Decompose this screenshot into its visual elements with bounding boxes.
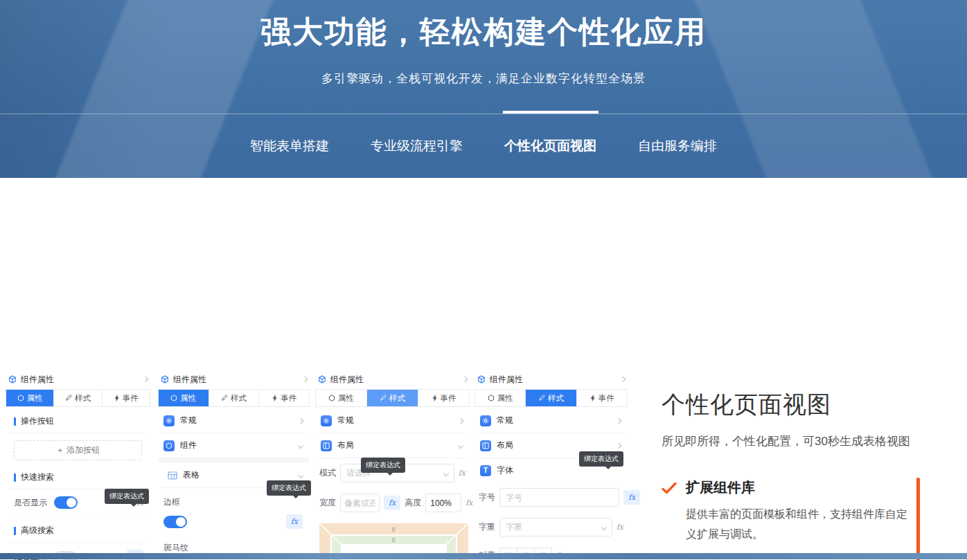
hero-tab-smart-form[interactable]: 智能表单搭建 — [247, 136, 332, 156]
style-icon — [221, 395, 228, 401]
mode-label: 模式 — [319, 467, 336, 479]
hero-tab-label: 专业级流程引擎 — [371, 138, 463, 153]
hero-tab-label: 个性化页面视图 — [504, 138, 596, 153]
tab-event[interactable]: 事件 — [418, 390, 469, 406]
properties-icon — [328, 395, 335, 401]
chevron-down-icon — [443, 470, 448, 476]
tab-label: 属性 — [180, 393, 196, 404]
hero-tab-process-engine[interactable]: 专业级流程引擎 — [368, 136, 465, 156]
chevron-right-icon[interactable] — [462, 377, 468, 382]
section-action-buttons: 操作按钮 — [8, 408, 148, 433]
scroll-thumb[interactable] — [916, 478, 920, 560]
main-content: 组件属性 属性 样式 事件 操作按钮 ＋ — [0, 178, 967, 560]
feature-scroll-indicator[interactable] — [916, 478, 920, 560]
tab-properties[interactable]: 属性 — [6, 390, 53, 406]
fx-button-active[interactable]: fx — [623, 490, 640, 505]
component-properties-panel-1: 组件属性 属性 样式 事件 操作按钮 ＋ — [6, 370, 150, 560]
tab-label: 属性 — [497, 393, 513, 404]
font-size-label: 字号 — [479, 491, 495, 503]
stripe-label: 斑马纹 — [161, 534, 307, 555]
fx-button-active[interactable]: fx — [384, 496, 400, 510]
panel-title: 组件属性 — [490, 374, 523, 386]
font-size-input[interactable] — [499, 488, 619, 507]
width-input[interactable] — [340, 494, 380, 512]
accordion-component[interactable]: 组件 — [161, 433, 307, 458]
font-weight-label: 字重 — [479, 521, 495, 533]
component-properties-panel-2: 组件属性 属性 样式 事件 — [158, 370, 310, 560]
tab-event[interactable]: 事件 — [576, 390, 627, 406]
accordion-label: 布局 — [337, 440, 354, 451]
hero-subtitle: 多引擎驱动，全栈可视化开发，满足企业数字化转型全场景 — [0, 71, 967, 87]
gear-icon — [163, 415, 175, 426]
panel-tabbar: 属性 样式 事件 — [6, 389, 150, 407]
tab-label: 样式 — [231, 393, 247, 404]
height-input[interactable] — [425, 494, 461, 512]
tab-style[interactable]: 样式 — [53, 390, 101, 406]
hero-tab-page-view[interactable]: 个性化页面视图 — [502, 136, 599, 156]
tab-style[interactable]: 样式 — [525, 390, 576, 406]
feature-heading: 个性化页面视图 — [662, 389, 925, 421]
tab-properties[interactable]: 属性 — [475, 390, 525, 406]
hero-tab-service-orchestration[interactable]: 自由服务编排 — [635, 136, 720, 156]
chevron-down-icon — [458, 442, 463, 448]
accordion-general[interactable]: 常规 — [161, 408, 307, 433]
hero-tab-label: 自由服务编排 — [638, 138, 717, 153]
fx-button[interactable]: fx — [616, 523, 623, 532]
accordion-general[interactable]: 常规 — [477, 408, 625, 433]
panel-body: 常规 布局 T 字体 字号 fx 字重 — [474, 407, 628, 560]
tab-label: 事件 — [441, 393, 456, 404]
tab-label: 属性 — [27, 393, 43, 404]
feature-item-desc: 提供丰富的页面模板和组件，支持组件库自定义扩展与调试。 — [686, 504, 916, 544]
panel-tabbar: 属性 样式 事件 — [158, 389, 310, 407]
tab-event[interactable]: 事件 — [102, 390, 150, 406]
font-size-row: 字号 fx — [477, 482, 625, 512]
toggle-on[interactable] — [163, 516, 187, 528]
accordion-label: 常规 — [337, 415, 354, 426]
accordion-label: 常规 — [497, 415, 513, 426]
tab-properties[interactable]: 属性 — [159, 390, 209, 406]
fx-button-active[interactable]: fx — [286, 514, 303, 529]
section-quick-search: 快速搜索 — [8, 464, 148, 489]
svg-text:0: 0 — [391, 536, 395, 543]
feature-item-component-library: 扩展组件库 提供丰富的页面模板和组件，支持组件库自定义扩展与调试。 — [662, 478, 925, 544]
accordion-label: 组件 — [180, 440, 197, 451]
chevron-right-icon[interactable] — [143, 377, 148, 382]
hero-tabstrip: 智能表单搭建 专业级流程引擎 个性化页面视图 自由服务编排 — [0, 114, 967, 178]
chevron-right-icon[interactable] — [302, 377, 308, 382]
tab-style[interactable]: 样式 — [209, 390, 259, 406]
event-icon — [589, 395, 596, 401]
fx-button[interactable]: fx — [459, 469, 465, 478]
fx-button[interactable]: fx — [465, 498, 472, 507]
width-label: 宽度 — [319, 497, 336, 509]
tab-label: 事件 — [598, 393, 614, 404]
accordion-label: 表格 — [183, 469, 199, 481]
font-weight-row: 字重 字重 fx — [477, 512, 625, 542]
chevron-right-icon[interactable] — [620, 377, 626, 382]
font-weight-select[interactable]: 字重 — [499, 518, 612, 536]
page: 强大功能，轻松构建个性化应用 多引擎驱动，全栈可视化开发，满足企业数字化转型全场… — [0, 0, 967, 560]
accordion-layout[interactable]: 布局 — [318, 433, 467, 458]
check-icon — [662, 482, 677, 494]
tab-event[interactable]: 事件 — [258, 390, 309, 406]
panel-body: 常规 布局 模式 请选择 fx 宽度 — [315, 407, 470, 560]
cube-icon — [161, 375, 169, 383]
add-button[interactable]: ＋ 添加按钮 — [14, 440, 142, 460]
panel-header: 组件属性 — [6, 370, 150, 389]
tab-label: 事件 — [281, 393, 296, 404]
tab-properties[interactable]: 属性 — [316, 390, 366, 406]
section-advanced-search: 高级搜索 — [8, 518, 148, 543]
chevron-right-icon — [298, 417, 303, 423]
toggle-on[interactable] — [54, 496, 78, 509]
properties-icon — [488, 395, 495, 401]
height-label: 高度 — [405, 497, 421, 509]
table-icon — [168, 471, 177, 480]
hero-title: 强大功能，轻松构建个性化应用 — [0, 0, 967, 53]
style-icon — [538, 395, 545, 401]
gear-icon — [321, 415, 332, 426]
panel-title: 组件属性 — [330, 374, 364, 386]
tab-style[interactable]: 样式 — [366, 390, 418, 406]
style-icon — [380, 395, 387, 401]
panel-header: 组件属性 — [474, 370, 628, 389]
accordion-general[interactable]: 常规 — [318, 408, 467, 433]
feature-list: 扩展组件库 提供丰富的页面模板和组件，支持组件库自定义扩展与调试。 前后分层 视… — [662, 478, 925, 560]
